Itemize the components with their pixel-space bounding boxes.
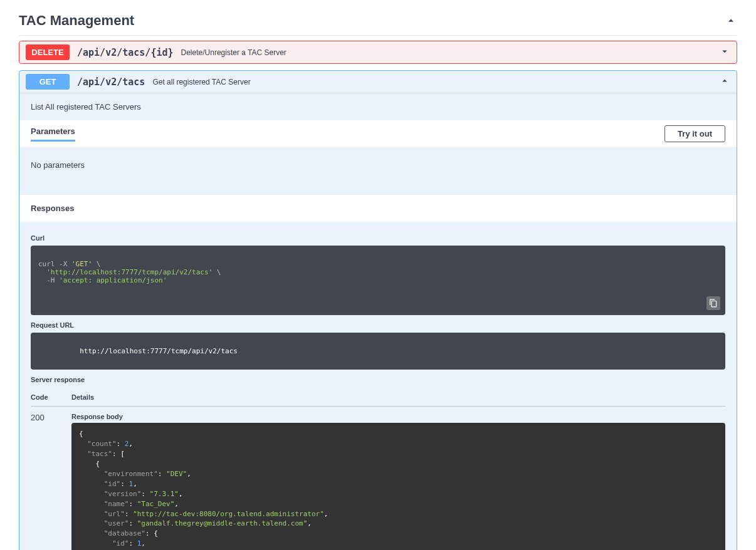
curl-command-box: curl -X 'GET' \ 'http://localhost:7777/t… xyxy=(31,246,725,315)
tag-header[interactable]: TAC Management xyxy=(19,6,737,36)
response-table-header: Code Details xyxy=(31,388,725,407)
opblock-summary-delete[interactable]: DELETE /api/v2/tacs/{id} Delete/Unregist… xyxy=(19,41,737,63)
tag-title: TAC Management xyxy=(19,13,134,29)
opblock-delete: DELETE /api/v2/tacs/{id} Delete/Unregist… xyxy=(19,41,737,64)
server-response-label: Server response xyxy=(31,376,725,383)
try-it-out-button[interactable]: Try it out xyxy=(664,125,725,142)
response-body-text: { "count": 2, "tacs": [ { "environment":… xyxy=(71,423,725,550)
details-col-header: Details xyxy=(71,393,94,401)
chevron-up-icon xyxy=(719,75,730,88)
response-row: 200 Response body { "count": 2, "tacs": … xyxy=(31,407,725,550)
curl-label: Curl xyxy=(31,234,725,242)
code-col-header: Code xyxy=(31,393,71,401)
no-parameters-text: No parameters xyxy=(19,148,737,195)
request-url-label: Request URL xyxy=(31,321,725,329)
request-url-box: http://localhost:7777/tcmp/api/v2/tacs xyxy=(31,333,725,370)
opblock-body: List All registered TAC Servers Paramete… xyxy=(19,93,737,550)
method-badge-delete: DELETE xyxy=(26,44,70,60)
copy-icon[interactable] xyxy=(706,296,720,310)
op-description: List All registered TAC Servers xyxy=(19,93,737,120)
response-status-code: 200 xyxy=(31,413,71,422)
response-body-label: Response body xyxy=(71,413,725,420)
parameters-header: Parameters Try it out xyxy=(19,120,737,148)
op-path: /api/v2/tacs/{id} xyxy=(70,47,181,58)
op-summary: Get all registered TAC Server xyxy=(152,78,719,86)
op-summary: Delete/Unregister a TAC Server xyxy=(181,48,719,57)
opblock-summary-get[interactable]: GET /api/v2/tacs Get all registered TAC … xyxy=(19,71,737,93)
curl-command-text: curl -X 'GET' \ 'http://localhost:7777/t… xyxy=(38,260,718,284)
response-body-box: { "count": 2, "tacs": [ { "environment":… xyxy=(71,423,725,550)
opblock-get: GET /api/v2/tacs Get all registered TAC … xyxy=(19,70,737,550)
chevron-up-icon xyxy=(725,14,737,27)
method-badge-get: GET xyxy=(26,74,70,90)
responses-section: Curl curl -X 'GET' \ 'http://localhost:7… xyxy=(19,222,737,550)
chevron-down-icon xyxy=(719,46,730,59)
responses-header: Responses xyxy=(19,195,737,222)
parameters-tab[interactable]: Parameters xyxy=(31,127,75,142)
request-url-text: http://localhost:7777/tcmp/api/v2/tacs xyxy=(80,347,238,355)
op-path: /api/v2/tacs xyxy=(70,76,152,88)
